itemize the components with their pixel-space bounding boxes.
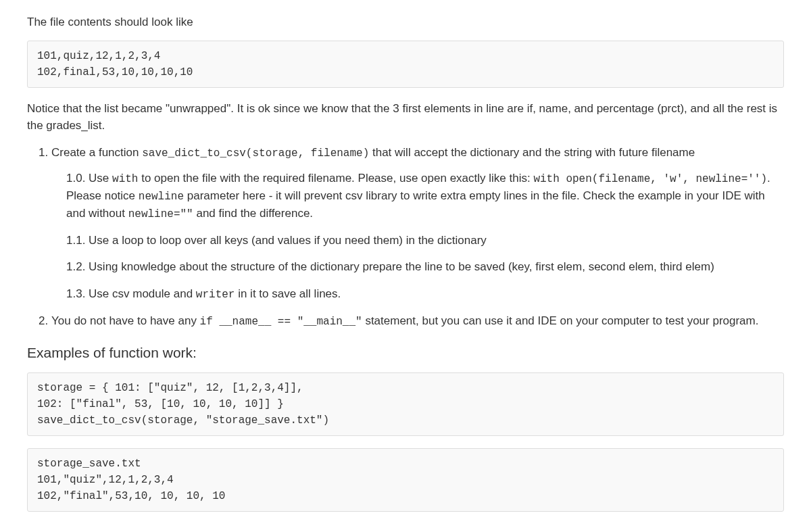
instruction-item-1: Create a function save_dict_to_csv(stora… — [51, 144, 784, 303]
item1-text-pre: Create a function — [51, 146, 142, 159]
examples-heading: Examples of function work: — [27, 342, 784, 364]
code-block-file-contents: 101,quiz,12,1,2,3,4 102,final,53,10,10,1… — [27, 41, 784, 88]
sub-item-1-1: 1.1. Use a loop to loop over all keys (a… — [66, 232, 784, 249]
code-block-example-call: storage = { 101: ["quiz", 12, [1,2,3,4]]… — [27, 372, 784, 436]
intro-text: The file contents should look like — [27, 14, 784, 31]
item1-code: save_dict_to_csv(storage, filename) — [142, 147, 369, 160]
notice-paragraph: Notice that the list became "unwrapped".… — [27, 100, 784, 135]
instructions-list: Create a function save_dict_to_csv(stora… — [27, 144, 784, 330]
code-block-example-output: storage_save.txt 101,"quiz",12,1,2,3,4 1… — [27, 448, 784, 512]
instruction-item-2: You do not have to have any if __name__ … — [51, 312, 784, 330]
sub-instructions: 1.0. Use with to open the file with the … — [51, 170, 784, 303]
sub-item-1-0: 1.0. Use with to open the file with the … — [66, 170, 784, 222]
sub-item-1-2: 1.2. Using knowledge about the structure… — [66, 258, 784, 276]
sub-item-1-3: 1.3. Use csv module and writer in it to … — [66, 285, 784, 303]
item1-text-post: that will accept the dictionary and the … — [369, 146, 695, 159]
